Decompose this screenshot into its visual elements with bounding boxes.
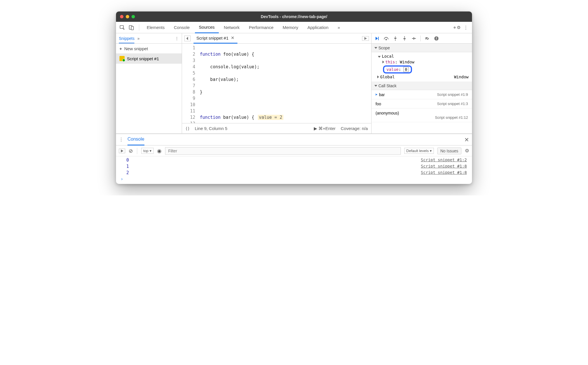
tab-memory[interactable]: Memory bbox=[279, 22, 302, 33]
line-gutter: 12345678910111213 bbox=[182, 44, 198, 123]
console-sidebar-toggle-icon[interactable] bbox=[119, 149, 125, 153]
context-selector[interactable]: top ▾ bbox=[141, 148, 154, 154]
navigator-tab-snippets[interactable]: Snippets bbox=[119, 36, 134, 43]
main-toolbar: Elements Console Sources Network Perform… bbox=[116, 22, 472, 33]
new-snippet-button[interactable]: + New snippet bbox=[116, 44, 182, 53]
value-input[interactable]: 0 bbox=[403, 67, 409, 72]
navigator-pane: Snippets » ⋮ + New snippet Script snippe… bbox=[116, 33, 182, 133]
drawer-close-icon[interactable]: ✕ bbox=[464, 136, 469, 143]
stack-frame[interactable]: bar Script snippet #1:9 bbox=[372, 90, 472, 99]
clear-console-icon[interactable]: ⊘ bbox=[129, 148, 133, 154]
svg-rect-10 bbox=[436, 39, 437, 40]
svg-point-7 bbox=[415, 38, 416, 39]
callstack-head[interactable]: Call Stack bbox=[372, 81, 472, 90]
svg-rect-9 bbox=[436, 37, 437, 39]
console-log-row[interactable]: 1 Script snippet #1:8 bbox=[116, 163, 472, 170]
tab-sources[interactable]: Sources bbox=[195, 22, 219, 33]
kebab-menu-icon[interactable]: ⋮ bbox=[462, 24, 470, 32]
pause-exceptions-icon[interactable] bbox=[433, 35, 440, 42]
run-hint: ▶ ⌘+Enter bbox=[314, 126, 336, 131]
devtools-window: DevTools - chrome://new-tab-page/ Elemen… bbox=[116, 11, 472, 184]
navigator-overflow-icon[interactable]: » bbox=[137, 36, 140, 41]
scope-head[interactable]: Scope bbox=[372, 44, 472, 52]
svg-rect-2 bbox=[131, 26, 134, 30]
resume-icon[interactable] bbox=[374, 35, 380, 42]
device-toggle-icon[interactable] bbox=[127, 24, 136, 32]
step-over-icon[interactable] bbox=[383, 35, 389, 42]
navigator-tabs: Snippets » ⋮ bbox=[116, 33, 182, 44]
snippet-name: Script snippet #1 bbox=[127, 56, 159, 61]
drawer-tabs: ⋮ Console ✕ bbox=[116, 134, 472, 145]
editor-tabbar: Script snippet #1 ✕ bbox=[182, 33, 371, 44]
log-source-link[interactable]: Script snippet #1:8 bbox=[421, 170, 467, 175]
pretty-print-icon[interactable]: {} bbox=[185, 126, 189, 131]
console-drawer: ⋮ Console ✕ ⊘ top ▾ ◉ Default levels ▾ N… bbox=[116, 134, 472, 184]
navigator-menu-icon[interactable]: ⋮ bbox=[175, 36, 179, 41]
log-source-link[interactable]: Script snippet #1:2 bbox=[421, 158, 467, 163]
tab-network[interactable]: Network bbox=[220, 22, 244, 33]
scope-global[interactable]: Global Window bbox=[374, 74, 472, 80]
code-body[interactable]: function foo(value) { console.log(value)… bbox=[198, 44, 371, 123]
zoom-window-icon[interactable] bbox=[131, 15, 135, 18]
step-icon[interactable] bbox=[411, 35, 417, 42]
stack-frame[interactable]: foo Script snippet #1:3 bbox=[372, 99, 472, 108]
debugger-toolbar bbox=[372, 33, 472, 44]
drawer-tab-console[interactable]: Console bbox=[127, 134, 144, 145]
stack-frame[interactable]: (anonymous) Script snippet #1:12 bbox=[372, 108, 472, 122]
value-edit-highlight[interactable]: value: 0 bbox=[383, 65, 412, 73]
snippet-file-icon bbox=[119, 56, 125, 61]
coverage-status: Coverage: n/a bbox=[341, 126, 368, 131]
tab-performance[interactable]: Performance bbox=[245, 22, 278, 33]
log-levels-selector[interactable]: Default levels ▾ bbox=[404, 148, 434, 154]
tab-console[interactable]: Console bbox=[170, 22, 194, 33]
live-expression-icon[interactable]: ◉ bbox=[157, 148, 162, 154]
svg-point-6 bbox=[404, 36, 405, 37]
svg-rect-3 bbox=[378, 37, 379, 40]
settings-gear-icon[interactable]: ⚙ bbox=[452, 24, 461, 32]
scope-this[interactable]: this: Window bbox=[374, 59, 472, 65]
console-toolbar: ⊘ top ▾ ◉ Default levels ▾ No Issues ⚙ bbox=[116, 145, 472, 156]
svg-point-5 bbox=[395, 40, 396, 40]
svg-point-4 bbox=[386, 39, 387, 40]
debugger-pane: Scope Local this: Window value: 0 Global… bbox=[372, 33, 472, 133]
editor-pane: Script snippet #1 ✕ 12345678910111213 fu… bbox=[182, 33, 372, 133]
issues-button[interactable]: No Issues bbox=[437, 147, 461, 154]
step-into-icon[interactable] bbox=[392, 35, 399, 42]
deactivate-breakpoints-icon[interactable] bbox=[424, 35, 430, 42]
snippet-list-item[interactable]: Script snippet #1 bbox=[116, 53, 182, 64]
console-log-row[interactable]: 0 Script snippet #1:2 bbox=[116, 157, 472, 163]
close-window-icon[interactable] bbox=[120, 15, 123, 18]
tabs-overflow-icon[interactable]: » bbox=[334, 22, 344, 33]
drawer-menu-icon[interactable]: ⋮ bbox=[119, 137, 123, 142]
console-prompt[interactable]: › bbox=[116, 176, 472, 182]
new-snippet-label: New snippet bbox=[124, 46, 148, 51]
window-title: DevTools - chrome://new-tab-page/ bbox=[116, 14, 472, 19]
editor-tab-label: Script snippet #1 bbox=[196, 36, 229, 40]
traffic-lights bbox=[116, 15, 135, 18]
step-out-icon[interactable] bbox=[401, 35, 408, 42]
sources-panels: Snippets » ⋮ + New snippet Script snippe… bbox=[116, 33, 472, 134]
nav-back-icon[interactable] bbox=[184, 36, 191, 41]
minimize-window-icon[interactable] bbox=[126, 15, 129, 18]
editor-tab[interactable]: Script snippet #1 ✕ bbox=[194, 33, 237, 44]
tab-elements[interactable]: Elements bbox=[143, 22, 169, 33]
scope-body: Local this: Window value: 0 Global Windo… bbox=[372, 52, 472, 81]
console-filter-input[interactable] bbox=[165, 147, 401, 155]
log-source-link[interactable]: Script snippet #1:8 bbox=[421, 164, 467, 169]
run-snippet-icon[interactable] bbox=[362, 36, 369, 41]
console-settings-icon[interactable]: ⚙ bbox=[465, 148, 469, 154]
inspect-element-icon[interactable] bbox=[118, 24, 126, 32]
tab-application[interactable]: Application bbox=[303, 22, 332, 33]
scope-value-row[interactable]: value: 0 bbox=[374, 65, 472, 74]
console-output: 0 Script snippet #1:2 1 Script snippet #… bbox=[116, 156, 472, 184]
code-editor[interactable]: 12345678910111213 function foo(value) { … bbox=[182, 44, 371, 123]
titlebar: DevTools - chrome://new-tab-page/ bbox=[116, 11, 472, 22]
console-log-row[interactable]: 2 Script snippet #1:8 bbox=[116, 170, 472, 176]
cursor-position: Line 9, Column 5 bbox=[195, 126, 227, 131]
inline-value-hint: value = 2 bbox=[258, 115, 283, 120]
editor-statusbar: {} Line 9, Column 5 ▶ ⌘+Enter Coverage: … bbox=[182, 123, 371, 133]
editor-tab-close-icon[interactable]: ✕ bbox=[231, 35, 235, 40]
scope-local[interactable]: Local bbox=[374, 53, 472, 59]
